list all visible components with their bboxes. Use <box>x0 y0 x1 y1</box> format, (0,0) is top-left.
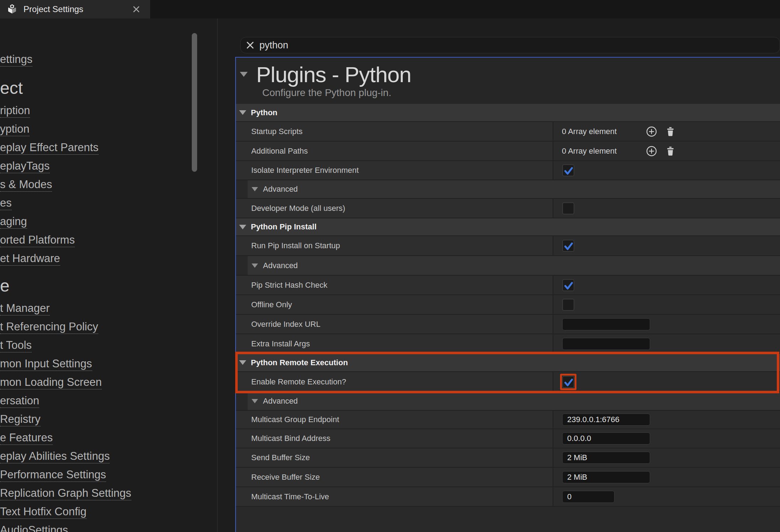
sidebar-item-gameplaytags[interactable]: eplayTags <box>0 160 50 172</box>
row-label: Multicast Bind Address <box>251 434 331 443</box>
section-header-python[interactable]: Python <box>236 104 780 122</box>
sidebar-section-project: ect <box>0 78 23 98</box>
settings-row-offline-only: Offline Only <box>236 295 780 315</box>
checkmark-icon <box>563 377 574 388</box>
checkbox[interactable] <box>562 299 574 311</box>
sidebar-item-packaging[interactable]: aging <box>0 215 27 228</box>
collapse-section-icon <box>239 360 246 365</box>
advanced-expander[interactable]: Advanced <box>236 256 780 276</box>
collapse-section-icon <box>239 110 246 115</box>
panel-subtitle: Configure the Python plug-in. <box>262 87 391 99</box>
tab-title: Project Settings <box>23 4 83 14</box>
search-input[interactable]: python <box>259 40 288 51</box>
section-header-python-pip-install[interactable]: Python Pip Install <box>236 218 780 236</box>
sidebar-item-asset-referencing-policy[interactable]: t Referencing Policy <box>0 320 98 333</box>
checkbox[interactable] <box>562 202 574 214</box>
send-buffer-size-input[interactable] <box>562 452 650 464</box>
checkbox[interactable] <box>562 279 574 291</box>
sidebar-item-audiosettings[interactable]: AudioSettings <box>0 524 68 532</box>
sidebar-item-target-hardware[interactable]: et Hardware <box>0 252 60 265</box>
sidebar-item-replication-graph-settings[interactable]: Replication Graph Settings <box>0 487 131 500</box>
row-label: Multicast Time-To-Live <box>251 492 329 501</box>
sidebar-item-description[interactable]: ription <box>0 104 30 117</box>
array-count: 0 Array element <box>562 147 617 156</box>
section-header-python-remote-execution[interactable]: Python Remote Execution <box>236 354 780 372</box>
row-label: Receive Buffer Size <box>251 473 320 482</box>
sidebar-item-all-settings[interactable]: ettings <box>0 53 32 66</box>
row-label: Override Index URL <box>251 320 320 329</box>
row-label: Send Buffer Size <box>251 453 310 462</box>
settings-row-isolate-interpreter-environment: Isolate Interpreter Environment <box>236 161 780 180</box>
project-settings-icon <box>6 4 18 15</box>
collapse-panel-icon[interactable] <box>240 72 248 77</box>
row-label: Pip Strict Hash Check <box>251 281 327 290</box>
extra-install-args-input[interactable] <box>562 338 650 350</box>
override-index-url-input[interactable] <box>562 318 650 330</box>
sidebar-item-common-input-settings[interactable]: mon Input Settings <box>0 357 92 370</box>
receive-buffer-size-input[interactable] <box>562 471 650 483</box>
row-label: Multicast Group Endpoint <box>251 415 339 424</box>
checkbox[interactable] <box>562 376 574 388</box>
advanced-expander[interactable]: Advanced <box>236 180 780 199</box>
delete-array-icon[interactable] <box>665 126 676 137</box>
tab-strip: Project Settings <box>0 0 780 18</box>
collapse-section-icon <box>239 225 246 229</box>
row-label: Offline Only <box>251 300 292 309</box>
pane-divider <box>217 18 218 532</box>
add-array-element-icon[interactable] <box>646 145 657 157</box>
settings-row-startup-scripts: Startup Scripts 0 Array element <box>236 122 780 142</box>
sidebar-item-performance-settings[interactable]: Performance Settings <box>0 468 106 481</box>
sidebar-item-conversation[interactable]: ersation <box>0 394 39 407</box>
panel-header: Plugins - Python Configure the Python pl… <box>236 58 780 104</box>
sidebar-item-asset-manager[interactable]: t Manager <box>0 302 50 315</box>
collapse-advanced-icon <box>252 264 258 268</box>
delete-array-icon[interactable] <box>665 145 676 157</box>
checkmark-icon <box>563 241 574 251</box>
settings-row-developer-mode: Developer Mode (all users) <box>236 199 780 218</box>
sidebar-item-gameplay-effect-parents[interactable]: eplay Effect Parents <box>0 141 99 154</box>
settings-row-pip-strict-hash-check: Pip Strict Hash Check <box>236 276 780 295</box>
row-label: Isolate Interpreter Environment <box>251 166 359 175</box>
row-label: Startup Scripts <box>251 127 302 136</box>
row-label: Extra Install Args <box>251 339 310 349</box>
row-label: Enable Remote Execution? <box>251 377 346 387</box>
sidebar-item-movies[interactable]: es <box>0 197 12 209</box>
advanced-expander[interactable]: Advanced <box>236 392 780 411</box>
sidebar-item-text-hotfix-config[interactable]: Text Hotfix Config <box>0 505 86 518</box>
settings-row-multicast-time-to-live: Multicast Time-To-Live <box>236 487 780 507</box>
sidebar-item-data-registry[interactable]: Registry <box>0 413 41 426</box>
panel-title: Plugins - Python <box>256 62 411 87</box>
sidebar-scrollbar-thumb[interactable] <box>192 33 197 172</box>
sidebar-item-asset-tools[interactable]: t Tools <box>0 339 32 352</box>
checkmark-icon <box>563 165 574 176</box>
multicast-bind-address-input[interactable] <box>562 432 650 445</box>
multicast-group-endpoint-input[interactable] <box>562 414 650 426</box>
sidebar-item-common-loading-screen[interactable]: mon Loading Screen <box>0 376 102 389</box>
plugins-python-panel: Plugins - Python Configure the Python pl… <box>235 57 780 532</box>
highlight-box <box>560 374 576 390</box>
settings-row-enable-remote-execution: Enable Remote Execution? <box>236 372 780 392</box>
settings-category-sidebar: ettings ect ription yption eplay Effect … <box>0 18 217 532</box>
settings-row-override-index-url: Override Index URL <box>236 315 780 334</box>
checkbox[interactable] <box>562 164 574 176</box>
multicast-ttl-input[interactable] <box>562 491 615 503</box>
tab-close-icon[interactable] <box>132 5 140 13</box>
sidebar-item-gameplay-abilities-settings[interactable]: eplay Abilities Settings <box>0 450 110 463</box>
sidebar-section-game: e <box>0 276 10 296</box>
sidebar-item-maps-and-modes[interactable]: s & Modes <box>0 178 52 191</box>
add-array-element-icon[interactable] <box>646 126 657 137</box>
clear-search-icon[interactable] <box>246 41 254 49</box>
settings-search-bar[interactable]: python <box>240 37 780 53</box>
settings-row-receive-buffer-size: Receive Buffer Size <box>236 468 780 487</box>
settings-row-multicast-bind-address: Multicast Bind Address <box>236 429 780 448</box>
sidebar-item-encryption[interactable]: yption <box>0 123 30 135</box>
project-settings-tab[interactable]: Project Settings <box>0 0 150 18</box>
checkbox[interactable] <box>562 240 574 252</box>
sidebar-item-game-features[interactable]: e Features <box>0 431 53 444</box>
array-count: 0 Array element <box>562 127 617 136</box>
sidebar-item-supported-platforms[interactable]: orted Platforms <box>0 234 75 246</box>
settings-row-multicast-group-endpoint: Multicast Group Endpoint <box>236 411 780 429</box>
collapse-advanced-icon <box>252 187 258 191</box>
settings-row-additional-paths: Additional Paths 0 Array element <box>236 142 780 161</box>
settings-row-send-buffer-size: Send Buffer Size <box>236 448 780 468</box>
